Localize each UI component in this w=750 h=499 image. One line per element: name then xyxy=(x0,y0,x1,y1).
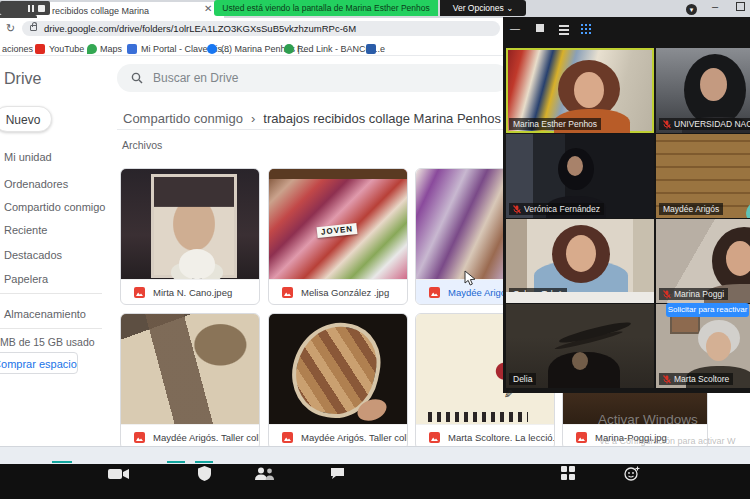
bookmark-aplicaciones[interactable]: aciones xyxy=(2,44,33,54)
participant-name: Maydée Arigós xyxy=(663,203,719,215)
search-placeholder: Buscar en Drive xyxy=(153,71,238,85)
sidebar-item-papelera[interactable]: Papelera xyxy=(4,273,48,285)
participant-name: Marina Esther Penhos xyxy=(513,118,597,130)
recording-indicator[interactable] xyxy=(0,1,50,15)
file-name: Marta Scoltore. La lecció... xyxy=(448,432,554,443)
bookmark-e[interactable]: e xyxy=(380,44,385,54)
sidebar-item-reciente[interactable]: Reciente xyxy=(4,224,47,236)
participant-tile-maydee-arigos[interactable]: Maydée Arigós xyxy=(656,134,750,218)
participants-icon[interactable] xyxy=(255,467,275,480)
image-file-icon xyxy=(134,432,145,443)
youtube-icon[interactable] xyxy=(35,44,45,54)
annotation-pen-icon[interactable]: ✎ xyxy=(504,388,513,401)
person-face xyxy=(574,72,604,108)
person-face xyxy=(700,68,727,101)
facebook-icon[interactable] xyxy=(207,44,217,54)
drive-logo[interactable]: Drive xyxy=(4,70,41,88)
reload-icon[interactable]: ↻ xyxy=(6,22,15,35)
image-file-icon xyxy=(282,432,293,443)
mic-muted-icon xyxy=(663,290,671,299)
breadcrumb-separator: › xyxy=(251,111,255,126)
sidebar-item-compartido-conmigo[interactable]: Compartido conmigo xyxy=(4,201,106,213)
stop-recording-icon[interactable] xyxy=(38,5,45,12)
active-app-underline xyxy=(167,461,185,463)
person-face xyxy=(706,332,731,361)
red-link-icon[interactable] xyxy=(284,44,294,54)
panel-gallery-view-icon[interactable] xyxy=(581,24,583,26)
person-face xyxy=(567,156,583,176)
image-file-icon xyxy=(576,432,587,443)
panel-minimize-icon[interactable]: — xyxy=(510,23,520,34)
file-card[interactable]: Maydée Arigós. Taller coll.. xyxy=(268,313,408,450)
search-input[interactable]: Buscar en Drive xyxy=(117,64,509,92)
participant-tile-galaxy-tab-a[interactable]: Galaxy Tab A xyxy=(506,219,654,303)
breadcrumb-parent[interactable]: Compartido conmigo xyxy=(123,111,243,126)
window-maximize-button[interactable] xyxy=(736,2,745,11)
mi-portal-icon[interactable] xyxy=(127,44,137,54)
participant-name: Marta Scoltore xyxy=(674,373,729,385)
file-card[interactable]: JOVEN Melisa González .jpg xyxy=(268,168,408,305)
participant-name: Verónica Fernández xyxy=(524,203,600,215)
ceiling-fan xyxy=(558,319,632,346)
image-file-icon xyxy=(282,287,293,298)
person-face xyxy=(572,352,588,370)
new-file-button[interactable]: Nuevo xyxy=(0,106,52,132)
buy-storage-button[interactable]: Comprar espacio xyxy=(0,352,78,374)
file-name: Maydée Arigós. Taller coll.. xyxy=(301,432,407,443)
breadcrumb-current[interactable]: trabajos recibidos collage Marina Penhos xyxy=(263,111,501,126)
window-minimize-button[interactable]: – xyxy=(712,0,718,12)
sidebar-item-mi-unidad[interactable]: Mi unidad xyxy=(4,151,52,163)
bookmark-maps[interactable]: Maps xyxy=(100,44,122,54)
files-section-label: Archivos xyxy=(122,139,162,151)
file-card[interactable]: Mirta N. Cano.jpeg xyxy=(120,168,260,305)
screen-share-banner: Usted está viendo la pantalla de Marina … xyxy=(214,0,438,16)
reactions-icon[interactable] xyxy=(624,466,640,481)
bookmark-e-icon[interactable] xyxy=(366,44,376,54)
url-text[interactable]: drive.google.com/drive/folders/1olrLEA1L… xyxy=(44,23,356,34)
video-camera-icon[interactable] xyxy=(108,468,130,480)
panel-strip-view-icon[interactable] xyxy=(559,25,569,27)
lock-icon xyxy=(30,25,37,31)
maps-pin-icon[interactable] xyxy=(87,44,97,54)
request-unmute-button[interactable]: Solicitar para reactivar xyxy=(666,303,749,317)
breakout-rooms-icon[interactable] xyxy=(561,466,575,480)
download-icon[interactable]: ▾ xyxy=(686,4,697,15)
image-file-icon xyxy=(134,287,145,298)
file-name: Melisa González .jpg xyxy=(301,287,389,298)
file-name: Maydée Arigós. Taller coll.. xyxy=(153,432,259,443)
mic-muted-icon xyxy=(663,375,671,384)
windows-taskbar xyxy=(0,446,750,464)
person-torso xyxy=(746,194,750,218)
storage-usage: MB de 15 GB usado xyxy=(0,336,95,348)
file-name: Mirta N. Cano.jpeg xyxy=(153,287,232,298)
sidebar-item-destacados[interactable]: Destacados xyxy=(4,249,62,261)
security-shield-icon[interactable] xyxy=(198,466,211,481)
tab-close-icon[interactable]: ✕ xyxy=(204,3,212,14)
participant-tile-marina-esther-penhos[interactable]: Marina Esther Penhos xyxy=(506,48,654,133)
sidebar-item-ordenadores[interactable]: Ordenadores xyxy=(4,178,68,190)
participant-tile-marina-poggi[interactable]: Marina Poggi xyxy=(656,219,750,303)
participant-tile-veronica-fernandez[interactable]: Verónica Fernández xyxy=(506,134,654,218)
chat-bubble-icon[interactable] xyxy=(330,467,345,480)
participant-tile-universidad[interactable]: UNIVERSIDAD NACIO xyxy=(656,48,750,133)
participant-name: UNIVERSIDAD NACIO xyxy=(674,118,750,130)
mic-muted-icon xyxy=(663,120,671,129)
bookmark-youtube[interactable]: YouTube xyxy=(49,44,84,54)
zoom-participants-panel: — Marina Esther Penhos UNIVERSIDAD NACIO… xyxy=(503,17,750,393)
participant-name: Delia xyxy=(513,373,532,385)
file-card[interactable]: Maydée Arigós. Taller coll.. xyxy=(120,313,260,450)
divider xyxy=(0,293,102,294)
participant-name: Galaxy Tab A xyxy=(513,288,563,300)
thumb-figures xyxy=(428,412,528,422)
file-thumbnail xyxy=(121,169,259,279)
panel-speaker-view-icon[interactable] xyxy=(536,24,544,32)
active-app-underline xyxy=(52,461,72,463)
participant-tile-delia[interactable]: Delia xyxy=(506,304,654,388)
screen: recibidos collage Marina ✕ + bando... Us… xyxy=(0,0,750,499)
activate-windows-watermark: Activar Windows xyxy=(598,412,698,427)
tab-title: recibidos collage Marina xyxy=(52,6,192,16)
bookmark-facebook[interactable]: (8) Marina Penhos |... xyxy=(221,44,307,54)
view-options-button[interactable]: Ver Opciones ⌄ xyxy=(440,0,526,16)
pause-recording-icon[interactable] xyxy=(28,5,34,12)
sidebar-item-almacenamiento[interactable]: Almacenamiento xyxy=(4,308,86,320)
